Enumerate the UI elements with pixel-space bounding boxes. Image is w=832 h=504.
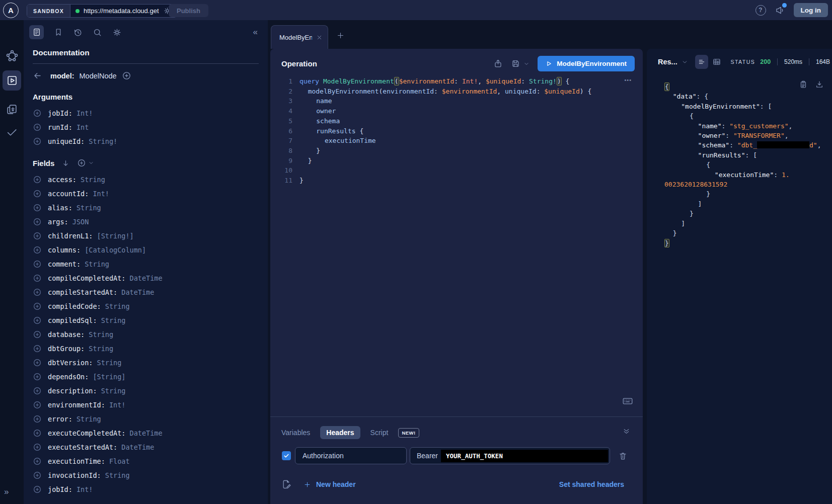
save-operation-icon[interactable]: [511, 59, 530, 68]
set-shared-headers-link[interactable]: Set shared headers: [559, 480, 624, 488]
back-arrow-icon[interactable]: [33, 71, 42, 80]
doc-field-type[interactable]: String: [85, 260, 109, 268]
copy-response-icon[interactable]: [799, 80, 808, 89]
doc-field-type[interactable]: JSON: [72, 218, 89, 226]
doc-field-type[interactable]: String: [97, 359, 122, 367]
doc-field-type[interactable]: DateTime: [121, 288, 154, 296]
doc-field-type[interactable]: String: [81, 176, 105, 184]
doc-field-type[interactable]: String: [105, 302, 130, 310]
add-field-icon[interactable]: [33, 274, 42, 283]
add-field-icon[interactable]: [33, 457, 42, 466]
add-field-icon[interactable]: [33, 358, 42, 367]
doc-field-name[interactable]: dbtGroup: String: [48, 345, 113, 353]
doc-field-name[interactable]: args: JSON: [48, 218, 89, 226]
doc-field-name[interactable]: executeCompletedAt: DateTime: [48, 429, 163, 437]
add-to-query-icon[interactable]: [122, 71, 131, 80]
doc-field-name[interactable]: environmentId: Int!: [48, 401, 125, 409]
download-response-icon[interactable]: [815, 80, 824, 89]
add-field-icon[interactable]: [33, 400, 42, 409]
doc-field-type[interactable]: [CatalogColumn]: [85, 246, 146, 254]
add-field-icon[interactable]: [33, 109, 42, 118]
doc-argument-name[interactable]: uniqueId: String!: [48, 137, 117, 145]
response-dropdown[interactable]: Res...: [658, 58, 677, 66]
add-field-icon[interactable]: [33, 414, 42, 424]
doc-field-name[interactable]: compiledCode: String: [48, 302, 130, 310]
collapse-panel-icon[interactable]: «: [253, 27, 258, 37]
sort-fields-icon[interactable]: [61, 159, 70, 167]
doc-field-type[interactable]: String: [101, 387, 126, 395]
doc-field-type[interactable]: DateTime: [130, 429, 163, 437]
add-field-icon[interactable]: [33, 245, 42, 255]
add-field-icon[interactable]: [33, 485, 42, 494]
add-field-icon[interactable]: [33, 137, 42, 146]
doc-field-name[interactable]: database: String: [48, 330, 113, 339]
add-all-fields-icon[interactable]: [77, 158, 94, 167]
doc-field-name[interactable]: dependsOn: [String]: [48, 373, 125, 381]
add-field-icon[interactable]: [33, 471, 42, 480]
doc-field-type[interactable]: Float: [109, 457, 130, 465]
doc-field-name[interactable]: executionTime: Float: [48, 457, 130, 465]
doc-field-type[interactable]: String: [101, 316, 126, 324]
add-field-icon[interactable]: [33, 260, 42, 269]
doc-field-name[interactable]: jobId: Int!: [48, 485, 93, 493]
add-field-icon[interactable]: [33, 302, 42, 311]
doc-field-name[interactable]: access: String: [48, 176, 105, 184]
doc-argument-name[interactable]: jobId: Int!: [48, 109, 93, 117]
add-field-icon[interactable]: [33, 189, 42, 198]
doc-field-type[interactable]: String: [89, 330, 113, 339]
doc-field-name[interactable]: dbtVersion: String: [48, 359, 121, 367]
add-field-icon[interactable]: [33, 386, 42, 395]
doc-argument-type[interactable]: Int!: [77, 109, 93, 117]
header-value-input[interactable]: Bearer YOUR_AUTH_TOKEN: [410, 447, 610, 464]
close-tab-icon[interactable]: [316, 34, 323, 41]
doc-field-name[interactable]: columns: [CatalogColumn]: [48, 246, 146, 254]
add-field-icon[interactable]: [33, 175, 42, 184]
login-button[interactable]: Log in: [794, 3, 828, 17]
new-header-button[interactable]: New header: [304, 480, 356, 488]
doc-field-name[interactable]: error: String: [48, 415, 101, 423]
add-field-icon[interactable]: [33, 288, 42, 297]
publish-button[interactable]: Publish: [169, 4, 208, 17]
share-operation-icon[interactable]: [493, 59, 503, 68]
schema-graph-icon[interactable]: [0, 49, 24, 62]
doc-field-type[interactable]: String: [89, 345, 113, 353]
add-field-icon[interactable]: [33, 429, 42, 438]
table-view-toggle[interactable]: [712, 57, 721, 66]
doc-field-type[interactable]: [String]: [93, 373, 125, 381]
doc-field-name[interactable]: description: String: [48, 387, 125, 395]
doc-field-type[interactable]: DateTime: [121, 443, 154, 451]
bottom-tab-variables[interactable]: Variables: [281, 429, 310, 437]
doc-field-type[interactable]: DateTime: [130, 274, 163, 282]
run-operation-button[interactable]: ModelByEnvironment: [538, 56, 635, 71]
doc-field-type[interactable]: Int!: [109, 401, 126, 409]
add-field-icon[interactable]: [33, 443, 42, 452]
doc-field-name[interactable]: invocationId: String: [48, 471, 130, 479]
doc-argument-type[interactable]: Int: [77, 123, 89, 131]
doc-field-name[interactable]: childrenL1: [String!]: [48, 232, 134, 240]
add-field-icon[interactable]: [33, 123, 42, 132]
doc-field-type[interactable]: String: [77, 415, 101, 423]
doc-field-name[interactable]: executeStartedAt: DateTime: [48, 443, 154, 451]
bookmark-icon[interactable]: [54, 28, 63, 37]
add-field-icon[interactable]: [33, 231, 42, 240]
bottom-tab-headers[interactable]: Headers: [320, 426, 360, 439]
new-tab-button[interactable]: [336, 31, 345, 40]
doc-field-type[interactable]: Int!: [93, 190, 109, 198]
operation-menu-icon[interactable]: •••: [624, 77, 632, 83]
doc-argument-type[interactable]: String!: [89, 137, 117, 145]
operation-tab[interactable]: ModelByEnvi...: [271, 25, 328, 49]
doc-field-name[interactable]: alias: String: [48, 204, 101, 212]
help-icon[interactable]: ?: [755, 5, 766, 16]
add-field-icon[interactable]: [33, 316, 42, 325]
delete-header-icon[interactable]: [618, 451, 628, 461]
doc-field-name[interactable]: compileStartedAt: DateTime: [48, 288, 154, 296]
doc-field-name[interactable]: comment: String: [48, 260, 109, 268]
doc-field-type[interactable]: String: [77, 204, 101, 212]
apollo-logo-icon[interactable]: A: [3, 3, 19, 18]
checks-icon[interactable]: [0, 126, 24, 138]
add-field-icon[interactable]: [33, 330, 42, 339]
bottom-tab-script[interactable]: Script: [370, 429, 389, 437]
header-script-icon[interactable]: [281, 479, 291, 489]
collapse-bottom-panel-icon[interactable]: [622, 427, 631, 436]
documentation-tab-icon[interactable]: [29, 25, 44, 39]
